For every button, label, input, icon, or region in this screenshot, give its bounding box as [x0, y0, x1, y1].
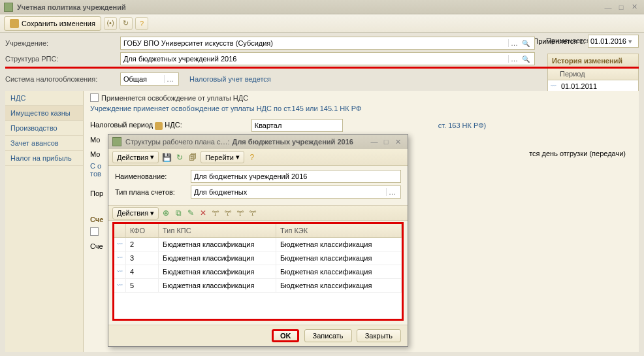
- text-fragment: тся день отгрузки (передачи): [529, 150, 626, 157]
- period-input[interactable]: Квартал: [251, 119, 343, 132]
- ellipsis-icon[interactable]: …: [386, 188, 398, 196]
- write-button[interactable]: Записать: [304, 329, 352, 342]
- col-kps[interactable]: Тип КПС: [159, 224, 276, 237]
- rps-input[interactable]: Для бюджетных учреждений 2016 …: [120, 52, 535, 65]
- org-label: Учреждение:: [5, 39, 116, 47]
- row-icon: 〰: [114, 238, 126, 251]
- goto-button[interactable]: Перейти ▾: [201, 151, 244, 163]
- tax-link[interactable]: Налоговый учет ведется: [189, 75, 271, 83]
- chevron-down-icon: ▾: [150, 153, 154, 161]
- org-input[interactable]: ГОБУ ВПО Университет искусств (Субсидия)…: [120, 37, 535, 50]
- period-label: Налоговый период НДС:: [90, 121, 182, 129]
- maximize-icon[interactable]: □: [615, 2, 627, 12]
- type-input[interactable]: Для бюджетных …: [191, 186, 401, 199]
- report-icon[interactable]: 🗐: [187, 152, 198, 163]
- close-icon[interactable]: ✕: [628, 2, 640, 12]
- refresh-icon[interactable]: ↻: [174, 152, 185, 163]
- col-kfo[interactable]: КФО: [126, 224, 159, 237]
- tab-property[interactable]: Имущество казны: [5, 106, 83, 121]
- row-icon: 〰: [114, 279, 126, 292]
- name-input[interactable]: Для бюджетных учреждений 2016: [191, 170, 401, 183]
- row-icon: 〰: [114, 265, 126, 278]
- type-label: Тип плана счетов:: [115, 188, 187, 196]
- actions-button[interactable]: Действия ▾: [112, 151, 159, 163]
- add-icon[interactable]: ⊕: [161, 208, 171, 218]
- ok-button[interactable]: OK: [272, 329, 300, 342]
- dialog-icon: [112, 137, 121, 146]
- ellipsis-icon[interactable]: …: [508, 39, 520, 47]
- save-button[interactable]: Сохранить изменения: [4, 16, 101, 31]
- grid-row[interactable]: 〰5Бюджетная классификацияБюджетная класс…: [114, 279, 402, 293]
- search-icon[interactable]: [520, 39, 532, 47]
- tab-production[interactable]: Производство: [5, 121, 83, 136]
- actions-button[interactable]: Действия ▾: [112, 207, 159, 219]
- name-label: Наименование:: [115, 172, 187, 180]
- kfo-grid: КФО Тип КПС Тип КЭК 〰2Бюджетная классифи…: [112, 222, 404, 321]
- side-tabs: НДС Имущество казны Производство Зачет а…: [5, 91, 84, 352]
- org-value: ГОБУ ВПО Университет искусств (Субсидия): [123, 39, 508, 47]
- rps-value: Для бюджетных учреждений 2016: [123, 55, 508, 63]
- tax-value: Общая: [123, 75, 164, 83]
- checkbox-nds-exempt[interactable]: [90, 93, 99, 102]
- nk-link[interactable]: ст. 163 НК РФ): [438, 121, 487, 129]
- filter2-icon[interactable]: 🝖: [223, 208, 233, 218]
- rps-label: Структура РПС:: [5, 55, 116, 63]
- nds-info-link[interactable]: Учреждение применяет освобождение от упл…: [90, 105, 632, 112]
- row-icon: 〰: [114, 251, 126, 265]
- close-button[interactable]: Закрыть: [357, 329, 401, 342]
- tab-profit[interactable]: Налог на прибыль: [5, 151, 83, 166]
- col-kek[interactable]: Тип КЭК: [276, 224, 402, 237]
- grid-row[interactable]: 〰2Бюджетная классификацияБюджетная класс…: [114, 238, 402, 251]
- chevron-down-icon: ▾: [150, 209, 154, 218]
- search-icon[interactable]: [520, 55, 532, 63]
- app-icon: [4, 3, 13, 12]
- filter-icon[interactable]: 🝖: [210, 208, 221, 218]
- nav-back-icon[interactable]: ⟨•⟩: [104, 17, 117, 30]
- help-icon[interactable]: ?: [135, 17, 148, 30]
- window-title: Учетная политика учреждений: [17, 3, 602, 11]
- chevron-down-icon: ▾: [236, 153, 240, 161]
- maximize-icon[interactable]: □: [380, 137, 392, 147]
- tab-nds[interactable]: НДС: [5, 91, 83, 106]
- save-icon: [10, 19, 19, 28]
- grid-header: КФО Тип КПС Тип КЭК: [114, 224, 402, 238]
- dialog-title-val: Для бюджетных учреждений 2016: [233, 138, 368, 146]
- close-icon[interactable]: ✕: [392, 137, 404, 147]
- grid-row[interactable]: 〰4Бюджетная классификацияБюджетная класс…: [114, 265, 402, 279]
- minimize-icon[interactable]: —: [602, 2, 614, 12]
- tab-advance[interactable]: Зачет авансов: [5, 136, 83, 151]
- period-value: Квартал: [255, 121, 340, 129]
- tax-label: Система налогообложения:: [5, 75, 116, 83]
- copy-icon[interactable]: ⧉: [173, 208, 184, 218]
- chk-label: Применяется освобождение от уплаты НДС: [101, 94, 248, 102]
- grid-row[interactable]: 〰3Бюджетная классификацияБюджетная класс…: [114, 251, 402, 265]
- window-titlebar: Учетная политика учреждений — □ ✕: [0, 0, 644, 14]
- minimize-icon[interactable]: —: [368, 137, 380, 147]
- filter-clear-icon[interactable]: 🝖: [248, 208, 258, 218]
- save-label: Сохранить изменения: [22, 20, 95, 27]
- save-icon[interactable]: 💾: [161, 152, 172, 163]
- grid-toolbar: Действия ▾ ⊕ ⧉ ✎ ✕ 🝖 🝖 🝖 🝖: [108, 205, 408, 221]
- main-toolbar: Сохранить изменения ⟨•⟩ ↻ ?: [0, 14, 644, 33]
- help-icon[interactable]: ?: [247, 152, 257, 163]
- filter3-icon[interactable]: 🝖: [235, 208, 246, 218]
- edit-icon[interactable]: ✎: [185, 208, 196, 218]
- rps-dialog: Структуры рабочего плана с…: Для бюджетн…: [108, 134, 408, 347]
- dialog-titlebar: Структуры рабочего плана с…: Для бюджетн…: [108, 135, 408, 149]
- dialog-toolbar: Действия ▾ 💾 ↻ 🗐 Перейти ▾ ?: [108, 149, 408, 166]
- tax-input[interactable]: Общая …: [120, 73, 179, 86]
- delete-icon[interactable]: ✕: [198, 208, 208, 218]
- dialog-footer: OK Записать Закрыть: [108, 325, 408, 346]
- checkbox[interactable]: [90, 227, 99, 236]
- nds-icon: [155, 122, 163, 130]
- ellipsis-icon[interactable]: …: [508, 55, 520, 63]
- ellipsis-icon[interactable]: …: [164, 75, 176, 83]
- dialog-title-pre: Структуры рабочего плана с…:: [125, 138, 230, 146]
- refresh-icon[interactable]: ↻: [120, 17, 133, 30]
